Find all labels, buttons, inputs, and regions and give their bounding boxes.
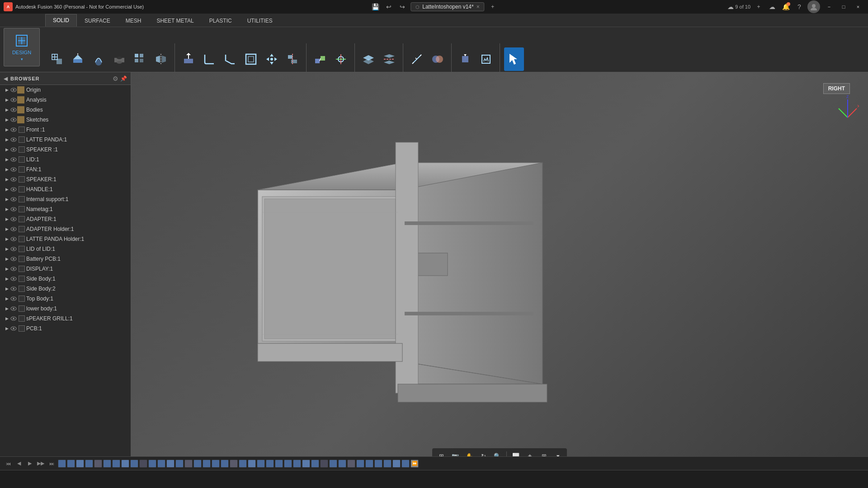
tree-item-adapter-holder[interactable]: ▶ ADAPTER Holder:1 [0, 224, 131, 234]
btn-move[interactable] [262, 47, 282, 71]
notification-icon[interactable]: 🔔 [780, 1, 791, 12]
timeline-prev[interactable]: ◀ [14, 459, 24, 468]
btn-midplane[interactable] [379, 47, 399, 71]
tree-item-lower-body[interactable]: ▶ lower body:1 [0, 304, 131, 314]
history-step-35[interactable] [365, 460, 373, 468]
tree-eye-origin[interactable] [10, 86, 17, 94]
tree-item-lid-of-lid[interactable]: ▶ LID of LID:1 [0, 244, 131, 254]
tree-item-lid[interactable]: ▶ LID:1 [0, 155, 131, 164]
btn-press-pull[interactable] [179, 47, 198, 71]
tree-eye-bodies[interactable] [10, 106, 17, 113]
btn-revolve[interactable] [89, 47, 108, 71]
btn-select[interactable] [504, 47, 524, 71]
browser-collapse-btn[interactable]: ◀ [4, 75, 8, 82]
btn-joint-origin[interactable] [331, 47, 351, 71]
btn-measure[interactable] [407, 47, 427, 71]
history-step-10[interactable] [139, 460, 147, 468]
tree-item-display[interactable]: ▶ DISPLAY:1 [0, 264, 131, 274]
history-step-38[interactable] [392, 460, 401, 468]
history-step-28[interactable] [302, 460, 310, 468]
tree-item-latte-panda-holder[interactable]: ▶ LATTE PANDA Holder:1 [0, 234, 131, 244]
tree-item-top-body[interactable]: ▶ Top Body:1 [0, 294, 131, 304]
undo-icon[interactable]: ↩ [383, 1, 394, 12]
add-btn[interactable]: + [753, 1, 764, 12]
history-step-29[interactable] [311, 460, 319, 468]
history-step-12[interactable] [157, 460, 165, 468]
history-step-4[interactable] [85, 460, 93, 468]
btn-pattern[interactable] [130, 47, 150, 71]
btn-interference[interactable] [428, 47, 448, 71]
btn-insert-mcad[interactable] [455, 47, 475, 71]
redo-icon[interactable]: ↪ [397, 1, 408, 12]
tree-item-speaker-grill[interactable]: ▶ sPEAKER GRILL:1 [0, 314, 131, 324]
help-icon[interactable]: ? [794, 1, 805, 12]
history-step-11[interactable] [148, 460, 156, 468]
timeline-play[interactable]: ▶ [25, 459, 34, 468]
tree-item-nametag[interactable]: ▶ Nametag:1 [0, 204, 131, 214]
history-step-14[interactable] [175, 460, 184, 468]
btn-align[interactable] [283, 47, 302, 71]
history-step-26[interactable] [284, 460, 292, 468]
history-step-2[interactable] [67, 460, 75, 468]
history-step-23[interactable] [257, 460, 265, 468]
tree-item-analysis[interactable]: ▶ Analysis [0, 95, 131, 105]
history-step-32[interactable] [338, 460, 346, 468]
history-step-37[interactable] [383, 460, 392, 468]
btn-fillet[interactable] [199, 47, 219, 71]
history-step-20[interactable] [230, 460, 238, 468]
history-step-8[interactable] [121, 460, 129, 468]
tab-mesh[interactable]: MESH [118, 14, 149, 27]
tab-utilities[interactable]: UTILITIES [240, 14, 280, 27]
history-step-17[interactable] [203, 460, 211, 468]
tree-item-fan[interactable]: ▶ FAN:1 [0, 164, 131, 174]
history-step-19[interactable] [221, 460, 229, 468]
tree-item-side-body-2[interactable]: ▶ Side Body:2 [0, 284, 131, 294]
tree-eye-sketches[interactable] [10, 116, 17, 123]
tree-arrow-sketches[interactable]: ▶ [4, 117, 10, 123]
history-step-39[interactable] [401, 460, 410, 468]
design-button[interactable]: DESIGN ▾ [4, 28, 40, 66]
history-step-18[interactable] [212, 460, 220, 468]
btn-hole[interactable] [109, 47, 129, 71]
timeline-next[interactable]: ▶▶ [36, 459, 45, 468]
btn-mirror[interactable] [151, 47, 171, 71]
btn-new-component[interactable] [47, 47, 67, 71]
history-step-21[interactable] [239, 460, 247, 468]
tree-arrow-analysis[interactable]: ▶ [4, 97, 10, 103]
history-step-31[interactable] [329, 460, 337, 468]
tree-item-front[interactable]: ▶ Front :1 [0, 125, 131, 135]
btn-offset-plane[interactable] [359, 47, 378, 71]
timeline-start[interactable]: ⏮ [4, 459, 13, 468]
tab-plastic[interactable]: PLASTIC [202, 14, 240, 27]
tree-item-side-body-1[interactable]: ▶ Side Body:1 [0, 274, 131, 284]
history-step-9[interactable] [130, 460, 138, 468]
tree-item-origin[interactable]: ▶ Origin [0, 85, 131, 95]
tree-item-speaker1[interactable]: ▶ SPEAKER :1 [0, 145, 131, 155]
tab-solid[interactable]: SOLID [45, 14, 77, 27]
history-step-27[interactable] [293, 460, 301, 468]
timeline-end[interactable]: ⏭ [47, 459, 56, 468]
tab-surface[interactable]: SURFACE [77, 14, 118, 27]
browser-pin-icon[interactable]: 📌 [120, 75, 127, 82]
history-step-34[interactable] [356, 460, 364, 468]
tree-arrow-origin[interactable]: ▶ [4, 87, 10, 93]
tree-item-latte-panda[interactable]: ▶ LATTE PANDA:1 [0, 135, 131, 145]
tree-item-battery-pcb[interactable]: ▶ Battery PCB:1 [0, 254, 131, 264]
tree-item-pcb[interactable]: ▶ PCB:1 [0, 324, 131, 333]
history-step-3[interactable] [76, 460, 84, 468]
new-tab-btn[interactable]: + [487, 1, 498, 12]
history-step-25[interactable] [275, 460, 283, 468]
tree-arrow-bodies[interactable]: ▶ [4, 107, 10, 113]
tree-item-handle[interactable]: ▶ HANDLE:1 [0, 184, 131, 194]
cloud-icon[interactable]: ☁ [767, 1, 778, 12]
btn-joint[interactable] [310, 47, 330, 71]
browser-content[interactable]: ▶ Origin ▶ Analysis ▶ Bodies [0, 85, 131, 457]
history-step-13[interactable] [166, 460, 175, 468]
history-step-40[interactable]: ⏩ [410, 460, 419, 468]
tree-item-speaker2[interactable]: ▶ SPEAKER:1 [0, 174, 131, 184]
history-step-7[interactable] [112, 460, 120, 468]
browser-settings-icon[interactable]: ⚙ [113, 75, 118, 82]
history-step-30[interactable] [320, 460, 328, 468]
btn-insert-svg[interactable] [476, 47, 496, 71]
btn-shell[interactable] [241, 47, 261, 71]
